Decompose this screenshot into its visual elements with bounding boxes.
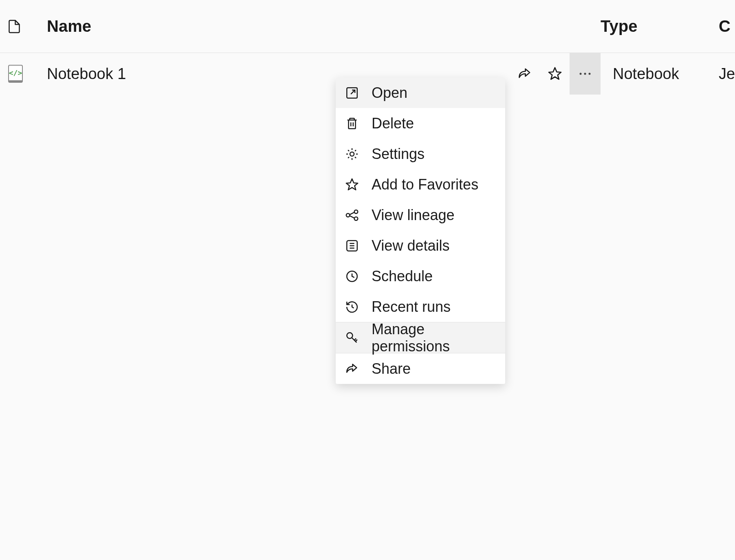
notebook-icon: </>	[8, 65, 23, 83]
share-icon	[345, 362, 359, 376]
svg-point-5	[346, 213, 350, 217]
clock-icon	[345, 269, 359, 284]
menu-item-label: View lineage	[372, 207, 454, 224]
menu-item-schedule[interactable]: Schedule	[336, 261, 505, 291]
settings-icon	[345, 147, 359, 161]
favorite-button[interactable]	[548, 66, 562, 81]
document-icon	[8, 19, 20, 34]
row-extra-cell: Jer	[719, 65, 735, 83]
row-extra-label: Jer	[719, 65, 735, 82]
menu-item-label: Share	[372, 360, 411, 377]
row-actions	[517, 66, 570, 81]
menu-item-open[interactable]: Open	[336, 77, 505, 108]
row-name-label: Notebook 1	[47, 65, 126, 82]
svg-point-4	[350, 152, 354, 156]
svg-point-7	[354, 217, 358, 220]
header-type-label: Type	[601, 17, 637, 35]
menu-item-label: Open	[372, 84, 407, 101]
row-type-cell: Notebook	[601, 65, 719, 83]
more-dots-icon	[579, 72, 591, 75]
menu-item-label: Settings	[372, 146, 425, 163]
details-icon	[345, 238, 359, 253]
menu-item-settings[interactable]: Settings	[336, 139, 505, 169]
menu-item-add-favorites[interactable]: Add to Favorites	[336, 169, 505, 200]
menu-item-share[interactable]: Share	[336, 353, 505, 384]
header-extra-column[interactable]: C	[719, 17, 735, 35]
menu-item-recent-runs[interactable]: Recent runs	[336, 291, 505, 322]
menu-item-label: Delete	[372, 115, 414, 132]
key-icon	[345, 331, 359, 345]
menu-item-manage-permissions[interactable]: Manage permissions	[336, 322, 505, 353]
lineage-icon	[345, 208, 359, 223]
context-menu: Open Delete Settings Add to Favorites	[336, 77, 505, 384]
svg-point-6	[354, 210, 358, 214]
history-icon	[345, 300, 359, 314]
row-type-label: Notebook	[613, 65, 679, 82]
menu-item-label: Recent runs	[372, 298, 451, 315]
menu-item-label: View details	[372, 237, 449, 254]
trash-icon	[345, 116, 359, 131]
header-icon-column	[8, 19, 47, 34]
svg-point-2	[589, 73, 591, 75]
header-type-column[interactable]: Type	[601, 17, 719, 35]
table-header-row: Name Type C	[0, 0, 735, 53]
menu-item-view-details[interactable]: View details	[336, 230, 505, 261]
svg-point-1	[584, 73, 586, 75]
row-icon-cell: </>	[8, 65, 47, 83]
more-options-button[interactable]	[570, 53, 601, 95]
star-icon	[345, 177, 359, 192]
header-name-label: Name	[47, 17, 91, 35]
menu-item-label: Manage permissions	[372, 321, 505, 355]
header-name-column[interactable]: Name	[47, 17, 601, 35]
menu-item-label: Schedule	[372, 268, 433, 285]
menu-item-delete[interactable]: Delete	[336, 108, 505, 139]
share-button[interactable]	[517, 66, 532, 81]
svg-point-0	[580, 73, 582, 75]
menu-item-label: Add to Favorites	[372, 176, 478, 193]
menu-item-view-lineage[interactable]: View lineage	[336, 200, 505, 230]
open-external-icon	[345, 86, 359, 100]
header-extra-label: C	[719, 17, 731, 35]
